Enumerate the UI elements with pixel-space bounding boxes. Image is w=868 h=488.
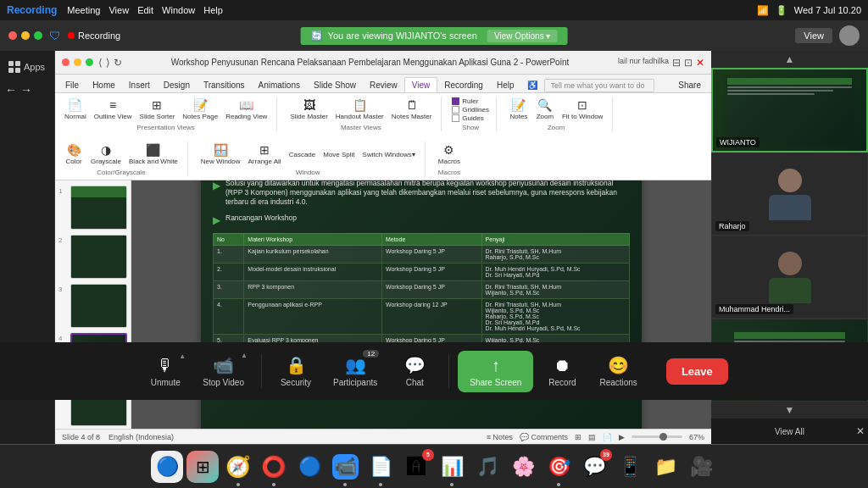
- tab-file[interactable]: File: [58, 78, 86, 92]
- tab-view[interactable]: View: [404, 77, 438, 92]
- dock-appstore[interactable]: 🅰 5: [400, 451, 432, 483]
- btn-slide-sorter[interactable]: ⊞ Slide Sorter: [137, 97, 178, 122]
- btn-move-split[interactable]: Move Split: [320, 149, 357, 160]
- security-button[interactable]: 🔒 Security: [270, 350, 321, 392]
- btn-macros[interactable]: ⚙ Macros: [436, 141, 463, 167]
- leave-button[interactable]: Leave: [666, 358, 728, 385]
- presentation-btn[interactable]: ▶: [619, 433, 625, 441]
- dock-finder[interactable]: 🔵: [151, 451, 183, 483]
- btn-zoom[interactable]: 🔍 Zoom: [533, 97, 557, 122]
- share-ribbon-btn[interactable]: Share: [671, 78, 708, 92]
- tab-slideshow[interactable]: Slide Show: [307, 78, 363, 92]
- guides-checkbox[interactable]: Guides: [452, 114, 489, 122]
- ppt-minimize-btn[interactable]: ⊟: [672, 57, 681, 69]
- view-button[interactable]: View: [795, 28, 832, 43]
- participants-button[interactable]: 👥 Participants 12: [325, 350, 386, 392]
- zoom-slider[interactable]: [632, 435, 682, 438]
- btn-slide-master[interactable]: 🖼 Slide Master: [287, 97, 330, 122]
- tab-insert[interactable]: Insert: [122, 78, 157, 92]
- dock-keynote[interactable]: 🎯: [542, 451, 575, 483]
- search-box[interactable]: Tell me what you want to do: [544, 79, 654, 92]
- tab-home[interactable]: Home: [86, 78, 122, 92]
- dock-messages[interactable]: 💬 39: [578, 451, 610, 483]
- ppt-zoom-btn[interactable]: ⊡: [684, 57, 693, 69]
- btn-normal[interactable]: 📄 Normal: [62, 97, 89, 122]
- slide-thumb-1[interactable]: 1: [58, 186, 127, 230]
- tab-transitions[interactable]: Transitions: [197, 78, 252, 92]
- tab-review[interactable]: Review: [363, 78, 404, 92]
- dock-photos[interactable]: 🌸: [507, 451, 539, 483]
- back-icon[interactable]: ←: [5, 83, 17, 97]
- slide-thumb-2[interactable]: 2: [58, 235, 127, 279]
- ppt-fullscreen[interactable]: [86, 58, 93, 66]
- tab-accessibility[interactable]: ♿: [520, 78, 544, 92]
- slide-thumb-3[interactable]: 3: [58, 284, 127, 328]
- reactions-button[interactable]: 😊 Reactions: [591, 350, 645, 392]
- btn-notes-master[interactable]: 🗒 Notes Master: [389, 97, 435, 122]
- view-all-btn[interactable]: View All ✕: [711, 419, 868, 444]
- minimize-button[interactable]: [21, 31, 30, 40]
- btn-notes[interactable]: 📝 Notes: [507, 97, 531, 122]
- tab-animations[interactable]: Animations: [252, 78, 307, 92]
- ruler-checkbox[interactable]: Ruler: [452, 97, 489, 105]
- dock-chrome[interactable]: 🔵: [293, 451, 326, 483]
- dock-launchpad[interactable]: ⊞: [186, 451, 219, 483]
- view-reading-btn[interactable]: 📄: [603, 433, 612, 441]
- menu-window[interactable]: Window: [162, 5, 195, 15]
- dock-word[interactable]: 📄: [364, 451, 397, 483]
- dock-excel[interactable]: 📊: [436, 451, 468, 483]
- dock-opera[interactable]: ⭕: [258, 451, 290, 483]
- tab-help[interactable]: Help: [490, 78, 521, 92]
- scroll-up-arrow[interactable]: ▲: [711, 51, 868, 68]
- tab-recording[interactable]: Recording: [437, 78, 490, 92]
- btn-reading[interactable]: 📖 Reading View: [223, 97, 270, 122]
- dock-safari[interactable]: 🧭: [222, 451, 254, 483]
- notes-status-btn[interactable]: ≡ Notes: [487, 433, 513, 441]
- dock-facetime[interactable]: 🎥: [685, 451, 717, 483]
- ribbon-group-presentation-views: 📄 Normal ≡ Outline View ⊞ Slide Sorter: [62, 97, 277, 131]
- chat-button[interactable]: 💬 Chat: [389, 350, 440, 392]
- menu-help[interactable]: Help: [203, 5, 223, 15]
- ppt-back-icon[interactable]: ⟨: [98, 57, 103, 69]
- comments-status-btn[interactable]: 💬 Comments: [520, 433, 568, 441]
- tab-design[interactable]: Design: [157, 78, 197, 92]
- chrome-icon: 🔵: [298, 456, 321, 478]
- btn-cascade[interactable]: Cascade: [287, 149, 319, 160]
- share-screen-button[interactable]: ↑ Share Screen: [458, 351, 533, 392]
- btn-bw[interactable]: ⬛ Black and White: [126, 141, 181, 167]
- btn-arrange-all[interactable]: ⊞ Arrange All: [246, 141, 284, 167]
- dock-files[interactable]: 📁: [649, 451, 682, 483]
- ppt-forward-icon[interactable]: ⟩: [106, 57, 110, 69]
- btn-color[interactable]: 🎨 Color: [62, 141, 86, 167]
- dock-music[interactable]: 🎵: [471, 451, 504, 483]
- ppt-close[interactable]: [62, 58, 70, 66]
- btn-outline[interactable]: ≡ Outline View: [92, 97, 135, 122]
- close-button[interactable]: [8, 31, 17, 40]
- btn-new-window[interactable]: 🪟 New Window: [198, 141, 243, 167]
- menu-view[interactable]: View: [108, 5, 129, 15]
- sidebar-item-apps[interactable]: Apps: [3, 58, 51, 76]
- scroll-down-arrow[interactable]: ▼: [711, 402, 868, 419]
- fullscreen-button[interactable]: [34, 31, 42, 40]
- view-normal-btn[interactable]: ⊞: [575, 433, 581, 441]
- btn-handout-master[interactable]: 📋 Handout Master: [333, 97, 387, 122]
- view-options-button[interactable]: View Options ▾: [487, 30, 558, 42]
- btn-grayscale[interactable]: ◑ Grayscale: [88, 141, 124, 167]
- menu-meeting[interactable]: Meeting: [67, 5, 100, 15]
- btn-fit-window[interactable]: ⊡ Fit to Window: [559, 97, 605, 122]
- btn-notes-page[interactable]: 📝 Notes Page: [180, 97, 220, 122]
- close-panel-icon[interactable]: ✕: [856, 425, 865, 437]
- ppt-minimize[interactable]: [74, 58, 81, 66]
- dock-whatsapp[interactable]: 📱: [614, 451, 646, 483]
- ppt-close-btn[interactable]: ✕: [696, 57, 704, 69]
- dock-zoom[interactable]: 📹: [329, 451, 361, 483]
- gridlines-checkbox[interactable]: Gridlines: [452, 106, 489, 114]
- ppt-refresh-icon[interactable]: ↻: [114, 57, 122, 69]
- stop-video-button[interactable]: 📹 Stop Video ▲: [194, 350, 253, 392]
- forward-icon[interactable]: →: [20, 83, 32, 97]
- view-slide-btn[interactable]: ▤: [588, 433, 596, 441]
- btn-switch-windows[interactable]: Switch Windows▾: [360, 149, 418, 160]
- record-button[interactable]: ⏺ Record: [537, 351, 587, 392]
- menu-edit[interactable]: Edit: [137, 5, 153, 15]
- unmute-button[interactable]: 🎙 Unmute ▲: [140, 351, 191, 392]
